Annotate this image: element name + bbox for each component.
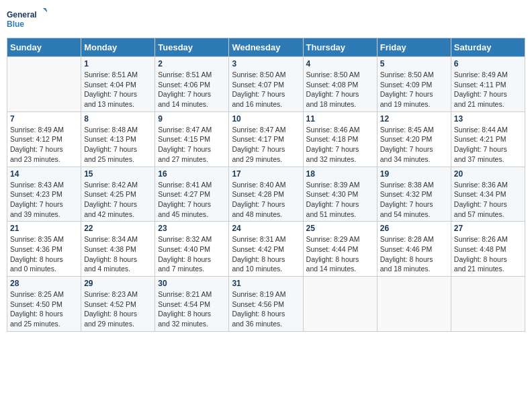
day-number: 5 [380,59,448,68]
logo-svg: General Blue [7,7,47,34]
day-number: 31 [232,279,300,288]
calendar-cell: 31Sunrise: 8:19 AMSunset: 4:56 PMDayligh… [229,277,303,332]
calendar-cell: 21Sunrise: 8:35 AMSunset: 4:36 PMDayligh… [7,222,81,277]
calendar-cell [451,277,525,332]
day-number: 19 [380,169,448,179]
calendar-cell: 30Sunrise: 8:21 AMSunset: 4:54 PMDayligh… [155,277,229,332]
day-info: Sunrise: 8:47 AMSunset: 4:15 PMDaylight:… [158,125,226,165]
column-header-friday: Friday [377,38,451,57]
day-info: Sunrise: 8:44 AMSunset: 4:21 PMDaylight:… [454,125,522,165]
day-number: 6 [454,59,522,68]
calendar-week-row: 14Sunrise: 8:43 AMSunset: 4:23 PMDayligh… [7,167,525,222]
calendar-week-row: 7Sunrise: 8:49 AMSunset: 4:12 PMDaylight… [7,111,525,167]
column-header-saturday: Saturday [451,38,525,57]
calendar-cell: 26Sunrise: 8:28 AMSunset: 4:46 PMDayligh… [377,222,451,277]
calendar-cell: 5Sunrise: 8:50 AMSunset: 4:09 PMDaylight… [377,57,451,112]
day-number: 28 [10,279,78,288]
day-info: Sunrise: 8:51 AMSunset: 4:06 PMDaylight:… [158,70,226,109]
column-header-thursday: Thursday [303,38,377,57]
day-number: 3 [232,59,300,68]
logo: General Blue [7,7,47,34]
day-info: Sunrise: 8:43 AMSunset: 4:23 PMDaylight:… [10,180,78,220]
calendar-cell: 22Sunrise: 8:34 AMSunset: 4:38 PMDayligh… [81,222,155,277]
calendar-cell: 12Sunrise: 8:45 AMSunset: 4:20 PMDayligh… [377,111,451,167]
day-info: Sunrise: 8:21 AMSunset: 4:54 PMDaylight:… [158,289,226,329]
day-info: Sunrise: 8:35 AMSunset: 4:36 PMDaylight:… [10,234,78,274]
day-number: 25 [306,224,374,233]
column-header-sunday: Sunday [7,38,81,57]
day-info: Sunrise: 8:49 AMSunset: 4:11 PMDaylight:… [454,70,522,109]
column-header-wednesday: Wednesday [229,38,303,57]
day-number: 22 [84,224,152,233]
day-info: Sunrise: 8:25 AMSunset: 4:50 PMDaylight:… [10,289,78,329]
calendar-week-row: 28Sunrise: 8:25 AMSunset: 4:50 PMDayligh… [7,277,525,332]
day-number: 26 [380,224,448,233]
day-number: 14 [10,169,78,179]
calendar-table: SundayMondayTuesdayWednesdayThursdayFrid… [7,38,525,332]
svg-text:General: General [7,10,37,19]
day-number: 16 [158,169,226,179]
svg-marker-2 [43,8,47,13]
day-number: 24 [232,224,300,233]
calendar-week-row: 1Sunrise: 8:51 AMSunset: 4:04 PMDaylight… [7,57,525,112]
day-number: 12 [380,114,448,124]
calendar-cell: 15Sunrise: 8:42 AMSunset: 4:25 PMDayligh… [81,167,155,222]
day-info: Sunrise: 8:31 AMSunset: 4:42 PMDaylight:… [232,234,300,274]
calendar-cell: 28Sunrise: 8:25 AMSunset: 4:50 PMDayligh… [7,277,81,332]
day-info: Sunrise: 8:40 AMSunset: 4:28 PMDaylight:… [232,180,300,220]
calendar-cell: 1Sunrise: 8:51 AMSunset: 4:04 PMDaylight… [81,57,155,112]
calendar-cell: 23Sunrise: 8:32 AMSunset: 4:40 PMDayligh… [155,222,229,277]
calendar-cell [303,277,377,332]
day-number: 1 [84,59,152,68]
day-info: Sunrise: 8:41 AMSunset: 4:27 PMDaylight:… [158,180,226,220]
day-number: 30 [158,279,226,288]
calendar-cell: 10Sunrise: 8:47 AMSunset: 4:17 PMDayligh… [229,111,303,167]
day-number: 23 [158,224,226,233]
day-number: 4 [306,59,374,68]
day-number: 11 [306,114,374,124]
calendar-cell: 18Sunrise: 8:39 AMSunset: 4:30 PMDayligh… [303,167,377,222]
day-number: 7 [10,114,78,124]
day-info: Sunrise: 8:29 AMSunset: 4:44 PMDaylight:… [306,234,374,274]
day-number: 20 [454,169,522,179]
calendar-cell: 24Sunrise: 8:31 AMSunset: 4:42 PMDayligh… [229,222,303,277]
day-number: 17 [232,169,300,179]
day-number: 13 [454,114,522,124]
calendar-cell: 9Sunrise: 8:47 AMSunset: 4:15 PMDaylight… [155,111,229,167]
day-info: Sunrise: 8:46 AMSunset: 4:18 PMDaylight:… [306,125,374,165]
day-info: Sunrise: 8:26 AMSunset: 4:48 PMDaylight:… [454,234,522,274]
day-number: 29 [84,279,152,288]
calendar-header-row: SundayMondayTuesdayWednesdayThursdayFrid… [7,38,525,57]
calendar-cell: 6Sunrise: 8:49 AMSunset: 4:11 PMDaylight… [451,57,525,112]
calendar-cell [7,57,81,112]
calendar-week-row: 21Sunrise: 8:35 AMSunset: 4:36 PMDayligh… [7,222,525,277]
day-number: 2 [158,59,226,68]
calendar-cell: 27Sunrise: 8:26 AMSunset: 4:48 PMDayligh… [451,222,525,277]
day-number: 27 [454,224,522,233]
calendar-cell: 14Sunrise: 8:43 AMSunset: 4:23 PMDayligh… [7,167,81,222]
calendar-cell: 29Sunrise: 8:23 AMSunset: 4:52 PMDayligh… [81,277,155,332]
day-number: 15 [84,169,152,179]
day-info: Sunrise: 8:42 AMSunset: 4:25 PMDaylight:… [84,180,152,220]
calendar-cell [377,277,451,332]
calendar-cell: 25Sunrise: 8:29 AMSunset: 4:44 PMDayligh… [303,222,377,277]
svg-text:Blue: Blue [7,19,24,29]
calendar-cell: 16Sunrise: 8:41 AMSunset: 4:27 PMDayligh… [155,167,229,222]
day-info: Sunrise: 8:50 AMSunset: 4:09 PMDaylight:… [380,70,448,109]
day-info: Sunrise: 8:38 AMSunset: 4:32 PMDaylight:… [380,180,448,220]
day-number: 10 [232,114,300,124]
day-info: Sunrise: 8:28 AMSunset: 4:46 PMDaylight:… [380,234,448,274]
day-info: Sunrise: 8:48 AMSunset: 4:13 PMDaylight:… [84,125,152,165]
day-info: Sunrise: 8:34 AMSunset: 4:38 PMDaylight:… [84,234,152,274]
calendar-cell: 11Sunrise: 8:46 AMSunset: 4:18 PMDayligh… [303,111,377,167]
column-header-tuesday: Tuesday [155,38,229,57]
calendar-cell: 3Sunrise: 8:50 AMSunset: 4:07 PMDaylight… [229,57,303,112]
day-info: Sunrise: 8:49 AMSunset: 4:12 PMDaylight:… [10,125,78,165]
day-number: 9 [158,114,226,124]
day-info: Sunrise: 8:51 AMSunset: 4:04 PMDaylight:… [84,70,152,109]
day-info: Sunrise: 8:19 AMSunset: 4:56 PMDaylight:… [232,289,300,329]
day-number: 21 [10,224,78,233]
page-header: General Blue [7,7,525,34]
day-number: 8 [84,114,152,124]
day-info: Sunrise: 8:50 AMSunset: 4:08 PMDaylight:… [306,70,374,109]
